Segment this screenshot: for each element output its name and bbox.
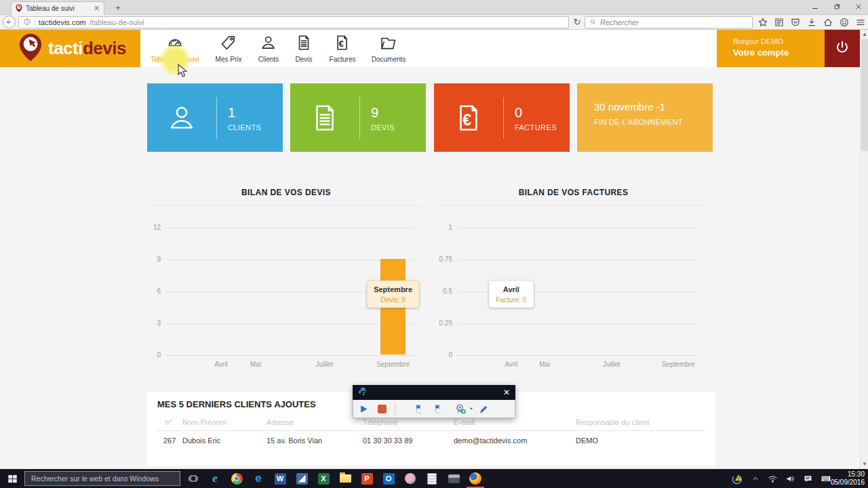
- site-logo[interactable]: tactidevis: [0, 30, 140, 67]
- paint-icon[interactable]: [399, 469, 421, 488]
- recorder-titlebar[interactable]: ✕: [353, 385, 515, 400]
- new-tab-button[interactable]: +: [110, 3, 126, 14]
- close-button[interactable]: [854, 3, 863, 11]
- back-button[interactable]: [3, 16, 16, 28]
- webcam-add-icon[interactable]: [454, 403, 467, 415]
- dropdown-caret-icon[interactable]: [469, 406, 474, 411]
- column-header: Nom Prénom: [182, 418, 226, 426]
- gridline: [458, 355, 698, 356]
- edge-icon[interactable]: e: [248, 469, 269, 488]
- outlook-icon[interactable]: O: [378, 469, 399, 488]
- nav-label: Mes Prix: [216, 56, 242, 63]
- sidebar-icon[interactable]: [773, 17, 785, 28]
- nav-item-devis[interactable]: Devis: [295, 34, 313, 63]
- taskbar-clock[interactable]: 15:30 05/09/2016: [823, 470, 865, 487]
- logout-button[interactable]: [825, 30, 860, 67]
- gridline: [458, 323, 698, 324]
- excel-icon[interactable]: X: [313, 469, 334, 488]
- task-view-button[interactable]: [183, 469, 203, 488]
- minimize-button[interactable]: [811, 3, 819, 11]
- y-axis-tick: 0: [434, 351, 452, 359]
- notification-icon[interactable]: [801, 472, 815, 486]
- word-icon[interactable]: W: [269, 469, 291, 488]
- powerpoint-icon[interactable]: P: [356, 469, 378, 488]
- smiley-icon[interactable]: [838, 17, 850, 28]
- x-axis-tick: Septembre: [370, 361, 417, 368]
- pencil-icon[interactable]: [479, 404, 489, 414]
- explorer-icon[interactable]: [334, 469, 356, 488]
- menu-icon[interactable]: [854, 17, 866, 28]
- chrome-icon[interactable]: [226, 469, 248, 488]
- scrollbar-thumb[interactable]: [861, 39, 868, 151]
- table-cell[interactable]: 15 av. Boris Vian: [267, 436, 322, 445]
- card-value: 0: [515, 104, 557, 121]
- column-header: Téléphone: [363, 418, 398, 426]
- nav-label: Tableau de suivi: [151, 56, 199, 63]
- pocket-icon[interactable]: [789, 17, 801, 28]
- tab-close-icon[interactable]: ✕: [94, 4, 100, 13]
- restore-button[interactable]: [833, 3, 841, 11]
- notepad-icon[interactable]: [421, 469, 443, 488]
- gridline: [166, 323, 414, 324]
- recorder-toolbar[interactable]: ✕: [353, 385, 515, 418]
- minor-gridline: [166, 276, 414, 277]
- table-cell[interactable]: demo@tactidevis.com: [454, 436, 527, 445]
- stop-icon[interactable]: [378, 405, 387, 413]
- stat-card-clients[interactable]: 1CLIENTS: [147, 83, 283, 152]
- firefox-icon[interactable]: [465, 469, 486, 488]
- y-axis-tick: 0.5: [434, 287, 452, 295]
- browser-tabstrip: Tableau de suivi ✕ +: [0, 0, 868, 15]
- taskbar-search-placeholder: Rechercher sur le web et dans Windows: [31, 474, 159, 483]
- tooltip-title: Avril: [496, 285, 526, 293]
- browser-tab[interactable]: Tableau de suivi ✕: [11, 1, 104, 15]
- tab-title: Tableau de suivi: [26, 5, 90, 12]
- nav-item-mes-prix[interactable]: Mes Prix: [216, 34, 242, 63]
- printer-icon[interactable]: [443, 469, 465, 488]
- clock-date: 05/09/2016: [823, 479, 865, 487]
- play-icon[interactable]: [359, 404, 369, 414]
- chevron-up-icon[interactable]: [748, 472, 762, 486]
- scroll-up-icon[interactable]: ▲: [862, 32, 867, 37]
- security-warning-icon[interactable]: [730, 472, 745, 486]
- table-cell[interactable]: 267: [163, 436, 176, 445]
- download-icon[interactable]: [806, 17, 817, 28]
- start-button[interactable]: [0, 469, 24, 488]
- nav-item-documents[interactable]: Documents: [372, 34, 406, 63]
- account-block[interactable]: Bonjour DEMO Votre compte: [717, 30, 825, 67]
- nav-item-clients[interactable]: Clients: [258, 34, 279, 63]
- table-cell[interactable]: DEMO: [576, 436, 598, 445]
- column-header: n°: [165, 418, 172, 426]
- account-link: Votre compte: [733, 47, 825, 58]
- nav-item-factures[interactable]: €Factures: [330, 34, 356, 63]
- table-cell[interactable]: 01 30 30 33 89: [363, 436, 412, 445]
- star-icon[interactable]: [757, 17, 768, 28]
- subscription-card[interactable]: 30 novembre -1FIN DE L'ABONNEMENT: [577, 83, 713, 152]
- breakpoint-flag-icon-2[interactable]: [432, 403, 443, 415]
- ie-icon[interactable]: e: [204, 469, 226, 488]
- breakpoint-flag-icon[interactable]: [413, 403, 424, 415]
- search-icon: [589, 16, 597, 28]
- taskbar-search-input[interactable]: Rechercher sur le web et dans Windows: [24, 471, 180, 486]
- table-cell[interactable]: Dubois Eric: [182, 436, 220, 445]
- vertical-scrollbar[interactable]: ▲ ▼: [860, 30, 868, 469]
- gridline: [166, 228, 414, 228]
- home-icon[interactable]: [822, 17, 833, 28]
- stat-card-factures[interactable]: €0FACTURES: [434, 83, 570, 152]
- reload-button[interactable]: ↻: [572, 17, 583, 28]
- wifi-icon[interactable]: [766, 472, 780, 486]
- person-icon: [147, 102, 216, 134]
- browser-search-input[interactable]: Rechercher: [585, 16, 753, 28]
- scroll-down-icon[interactable]: ▼: [862, 462, 867, 467]
- gridline: [458, 228, 698, 228]
- recorder-close-icon[interactable]: ✕: [503, 388, 510, 396]
- chart-tooltip: AvrilFacture: 0: [488, 280, 534, 308]
- design-tool-icon[interactable]: [291, 469, 313, 488]
- volume-icon[interactable]: [783, 472, 797, 486]
- nav-item-tableau-de-suivi[interactable]: Tableau de suivi: [151, 34, 199, 63]
- map-pin-icon: [19, 33, 42, 64]
- chart-title: BILAN DE VOS DEVIS: [147, 188, 425, 197]
- document-icon: [295, 34, 313, 54]
- y-axis-tick: 0.25: [434, 319, 452, 327]
- url-bar[interactable]: tactidevis.com/tableau-de-suivi: [18, 16, 569, 28]
- stat-card-devis[interactable]: 9DEVIS: [290, 83, 426, 152]
